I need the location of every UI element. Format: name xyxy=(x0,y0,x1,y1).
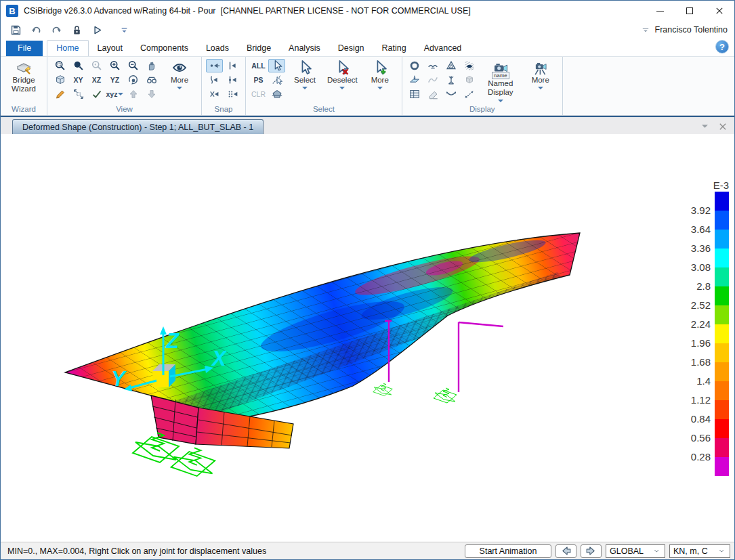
close-button[interactable] xyxy=(705,1,734,21)
zoom-default-icon[interactable] xyxy=(70,59,87,72)
save-icon[interactable] xyxy=(10,24,22,36)
minimize-icon xyxy=(656,11,664,12)
tab-home[interactable]: Home xyxy=(47,40,88,56)
snap-to-midpoints-icon[interactable] xyxy=(206,73,223,87)
select-more-button[interactable]: More xyxy=(362,59,398,89)
clear-selection-button[interactable]: CLR xyxy=(250,87,267,101)
snap-to-intersections-icon[interactable] xyxy=(206,87,223,101)
show-solid-icon-disabled[interactable] xyxy=(461,73,478,87)
next-step-button[interactable] xyxy=(581,544,602,558)
units-dropdown[interactable]: KN, m, C xyxy=(669,544,730,558)
move-up-icon[interactable] xyxy=(125,87,142,101)
document-tab-bar: Deformed Shape (Construction) - Step 1; … xyxy=(1,116,734,134)
set-limits-icon[interactable] xyxy=(70,87,87,101)
undo-icon[interactable] xyxy=(30,24,42,36)
snap-to-grid-icon[interactable] xyxy=(224,87,241,101)
legend-color-segment xyxy=(715,419,729,438)
legend-color-segment xyxy=(715,457,729,476)
view-more-button[interactable]: More xyxy=(162,59,197,89)
ribbon: Bridge Wizard Wizard XY XZ YZ xyxy=(1,56,734,116)
tab-analysis[interactable]: Analysis xyxy=(280,41,329,56)
previous-step-button[interactable] xyxy=(555,544,576,558)
legend-value: 3.08 xyxy=(673,261,711,274)
chevron-down-icon xyxy=(652,546,661,555)
tab-rating[interactable]: Rating xyxy=(373,41,415,56)
user-dropdown-icon[interactable] xyxy=(641,25,650,35)
zoom-in-icon[interactable] xyxy=(106,59,123,72)
help-icon[interactable]: ? xyxy=(715,40,729,53)
start-animation-button[interactable]: Start Animation xyxy=(465,544,551,558)
erase-display-icon[interactable] xyxy=(425,87,442,101)
document-tab[interactable]: Deformed Shape (Construction) - Step 1; … xyxy=(12,119,264,134)
deselect-button[interactable]: Deselect xyxy=(324,59,360,89)
tab-file[interactable]: File xyxy=(6,41,43,56)
snap-to-ends-icon[interactable] xyxy=(224,59,241,72)
select-previous-button[interactable]: PS xyxy=(250,73,267,87)
view-xz-button[interactable]: XZ xyxy=(88,73,105,87)
arrow-right-icon xyxy=(585,545,597,557)
intersecting-line-select-icon[interactable] xyxy=(268,73,285,87)
ribbon-group-snap: Snap xyxy=(202,57,246,115)
tab-advanced[interactable]: Advanced xyxy=(415,41,471,56)
show-stress-contour-icon[interactable] xyxy=(461,59,478,72)
legend-value: 1.68 xyxy=(673,356,711,368)
snap-to-points-icon[interactable] xyxy=(206,59,223,72)
tab-bridge[interactable]: Bridge xyxy=(238,41,280,56)
pointer-select-icon[interactable] xyxy=(268,59,285,72)
show-influence-icon[interactable] xyxy=(443,73,460,87)
show-forces-icon[interactable] xyxy=(443,59,460,72)
group-label-select: Select xyxy=(250,104,398,115)
tab-design[interactable]: Design xyxy=(329,41,373,56)
named-display-button[interactable]: name Named Display xyxy=(480,59,521,102)
customize-toolbar-icon[interactable] xyxy=(119,24,130,36)
model-viewport[interactable]: Z X Y E-3 3.923.643.363.082.82.522.241.9… xyxy=(1,134,734,542)
view-xyz-dropdown[interactable]: xyz xyxy=(106,87,123,101)
select-button[interactable]: Select xyxy=(287,59,322,89)
draw-pencil-icon[interactable] xyxy=(51,87,68,101)
maximize-button[interactable] xyxy=(675,1,705,21)
chevron-down-icon xyxy=(498,100,503,102)
show-deformed-shape-icon[interactable] xyxy=(425,59,442,72)
minimize-button[interactable] xyxy=(645,1,675,21)
lock-icon[interactable] xyxy=(71,24,83,36)
snap-to-lines-icon[interactable] xyxy=(224,73,241,87)
legend-value: 3.36 xyxy=(673,242,711,255)
user-name[interactable]: Francisco Tolentino xyxy=(655,25,728,35)
view-yz-button[interactable]: YZ xyxy=(106,73,123,87)
display-more-button[interactable]: More xyxy=(523,59,558,89)
redo-icon[interactable] xyxy=(51,24,62,36)
tab-close-icon[interactable] xyxy=(718,122,728,131)
tab-list-dropdown-icon[interactable] xyxy=(700,121,710,131)
show-tables-icon[interactable] xyxy=(406,87,423,101)
show-cable-shape-icon[interactable] xyxy=(443,87,460,101)
polygon-select-icon[interactable] xyxy=(268,87,285,101)
name-tag: name xyxy=(492,72,509,79)
zoom-out-icon[interactable] xyxy=(125,59,142,72)
show-spline-icon-disabled[interactable] xyxy=(425,73,442,87)
legend-value: 0.28 xyxy=(673,451,711,463)
tab-layout[interactable]: Layout xyxy=(89,41,132,56)
show-loads-icon[interactable] xyxy=(406,59,423,72)
tab-loads[interactable]: Loads xyxy=(197,41,238,56)
perspective-icon[interactable] xyxy=(143,73,160,87)
zoom-previous-icon[interactable] xyxy=(88,59,105,72)
deselect-cursor-icon xyxy=(333,60,351,76)
move-down-icon[interactable] xyxy=(143,87,160,101)
tab-components[interactable]: Components xyxy=(131,41,197,56)
bridge-wizard-button[interactable]: Bridge Wizard xyxy=(5,59,43,93)
zoom-window-icon[interactable] xyxy=(51,59,68,72)
select-all-button[interactable]: ALL xyxy=(250,59,267,72)
deselect-label: Deselect xyxy=(327,76,358,85)
view-3d-icon[interactable] xyxy=(51,73,68,87)
coord-system-dropdown[interactable]: GLOBAL xyxy=(606,544,665,558)
check-model-icon[interactable] xyxy=(88,87,105,101)
xyz-label: xyz xyxy=(106,90,118,98)
rotate-view-icon[interactable] xyxy=(125,73,142,87)
show-lanes-icon[interactable] xyxy=(406,73,423,87)
show-paths-icon[interactable] xyxy=(461,87,478,101)
view-xy-button[interactable]: XY xyxy=(70,73,87,87)
run-analysis-icon[interactable] xyxy=(91,24,103,36)
pan-icon[interactable] xyxy=(143,59,160,72)
legend-color-segment xyxy=(715,286,729,305)
app-window: B CSiBridge v26.3.0 Advanced w/Rating 64… xyxy=(0,0,735,560)
